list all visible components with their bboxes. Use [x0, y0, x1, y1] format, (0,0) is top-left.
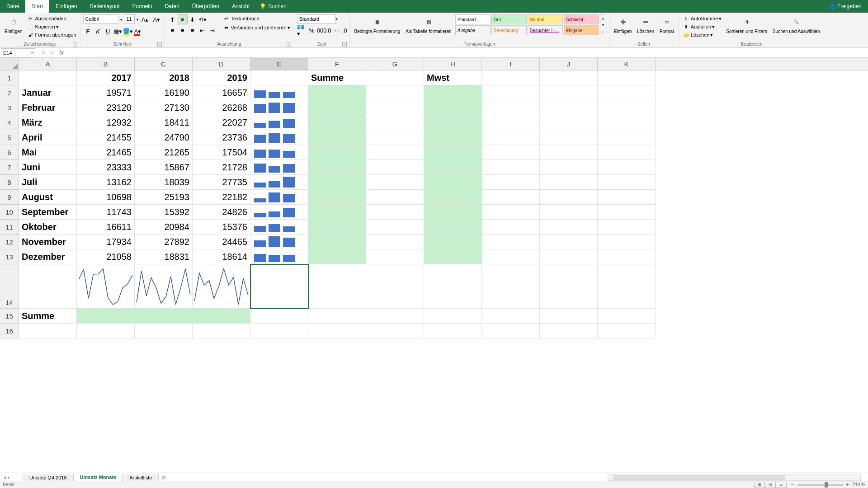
insert-icon: ➕: [617, 15, 629, 28]
wrap-label: Textumbruch: [231, 16, 259, 21]
autosum-button[interactable]: ΣAutoSumme ▾: [682, 14, 723, 23]
paste-icon: 📋: [7, 15, 20, 28]
share-label: Freigeben: [837, 3, 862, 9]
fill-icon: ⬇: [683, 23, 690, 30]
thousand-icon[interactable]: 000: [317, 25, 327, 35]
wrap-text-button[interactable]: ↩Textumbruch: [222, 14, 291, 23]
percent-icon[interactable]: %: [307, 25, 317, 35]
clear-button[interactable]: 🧽Löschen ▾: [682, 31, 723, 39]
shrink-font-icon[interactable]: A▾: [152, 14, 162, 24]
orientation-icon[interactable]: ⟲▾: [198, 14, 208, 24]
tab-start[interactable]: Start: [25, 0, 49, 13]
number-format-select[interactable]: [297, 14, 336, 23]
share-button[interactable]: 👤 Freigeben: [822, 3, 868, 9]
tell-me-search[interactable]: 💡 Suchen: [259, 0, 287, 13]
align-group-label: Ausrichtung: [217, 42, 241, 47]
search-icon: 🔍: [790, 15, 802, 28]
tab-data[interactable]: Daten: [159, 0, 186, 13]
align-left-icon[interactable]: ≡: [168, 25, 178, 35]
tab-formulas[interactable]: Formeln: [126, 0, 159, 13]
fmt-label: Format: [660, 29, 674, 34]
table-icon: ▤: [422, 15, 435, 28]
bulb-icon: 💡: [259, 3, 266, 9]
inc-decimal-icon[interactable]: .0→: [327, 25, 337, 35]
cut-label: Ausschneiden: [35, 16, 66, 21]
fp-label: Format übertragen: [35, 32, 76, 38]
format-cells-button[interactable]: ▭Format: [658, 14, 676, 35]
align-center-icon[interactable]: ≡: [178, 25, 188, 35]
cells-group-label: Zellen: [638, 42, 650, 47]
delete-cells-button[interactable]: ➖Löschen: [635, 14, 656, 35]
border-icon[interactable]: ▦▾: [113, 26, 123, 36]
indent-inc-icon[interactable]: ⇥: [208, 25, 217, 35]
align-top-icon[interactable]: ⬆: [168, 14, 178, 24]
sort-filter-button[interactable]: ⇅Sortieren und Filtern: [724, 14, 769, 35]
style-standard[interactable]: Standard: [455, 14, 491, 24]
font-color-icon[interactable]: A▾: [133, 26, 143, 36]
format-icon: ▭: [660, 15, 673, 28]
tab-file[interactable]: Datei: [0, 0, 25, 13]
format-as-table-button[interactable]: ▤Als Tabelle formatieren: [404, 14, 453, 35]
eraser-icon: 🧽: [683, 31, 690, 38]
fill-color-icon[interactable]: 🪣▾: [123, 26, 133, 36]
style-gallery-scroll[interactable]: ▴▾⌄: [600, 14, 606, 35]
cond-format-button[interactable]: ▦Bedingte Formatierung: [353, 14, 402, 35]
paste-label: Einfügen: [5, 29, 22, 34]
italic-icon[interactable]: K: [93, 26, 103, 36]
del-label: Löschen: [637, 29, 654, 34]
insert-cells-button[interactable]: ➕Einfügen: [612, 14, 633, 35]
number-launcher[interactable]: ↘: [342, 42, 347, 47]
clear-label: Löschen: [691, 32, 710, 38]
align-middle-icon[interactable]: ≡: [178, 14, 188, 24]
fx-icon[interactable]: fx: [57, 50, 66, 56]
copy-icon: 📄: [27, 23, 34, 30]
share-icon: 👤: [829, 3, 835, 9]
clipboard-launcher[interactable]: ↘: [73, 42, 77, 47]
fill-button[interactable]: ⬇Ausfüllen ▾: [682, 23, 723, 31]
font-launcher[interactable]: ↘: [157, 42, 162, 47]
tab-insert[interactable]: Einfügen: [49, 0, 83, 13]
merge-center-button[interactable]: ⬌Verbinden und zentrieren ▾: [222, 23, 291, 32]
align-bottom-icon[interactable]: ⬇: [188, 14, 198, 24]
dec-decimal-icon[interactable]: ←.0: [337, 25, 347, 35]
styles-group-label: Formatvorlagen: [463, 42, 495, 47]
paste-button[interactable]: 📋 Einfügen: [3, 14, 24, 35]
tab-pagelayout[interactable]: Seitenlayout: [84, 0, 126, 13]
style-gut[interactable]: Gut: [491, 14, 527, 24]
sort-icon: ⇅: [741, 15, 753, 28]
style-ausgabe[interactable]: Ausgabe: [455, 25, 491, 35]
style-besuchter[interactable]: Besuchter H…: [528, 25, 563, 35]
style-berechnung[interactable]: Berechnung: [491, 25, 527, 35]
formula-bar: E14▾ ✕ ✓ fx: [0, 48, 868, 58]
tab-view[interactable]: Ansicht: [226, 0, 256, 13]
formula-input[interactable]: [69, 48, 868, 57]
bold-icon[interactable]: F: [83, 26, 93, 36]
grow-font-icon[interactable]: A▴: [140, 14, 150, 24]
clipboard-group-label: Zwischenablage: [24, 42, 56, 47]
font-size-input[interactable]: [124, 14, 135, 23]
autosum-label: AutoSumme: [691, 16, 718, 21]
align-launcher[interactable]: ↘: [287, 42, 291, 47]
title-bar: Datei Start Einfügen Seitenlayout Formel…: [0, 0, 868, 13]
merge-icon: ⬌: [223, 24, 230, 31]
format-painter-button[interactable]: 🖌Format übertragen: [26, 31, 77, 39]
underline-icon[interactable]: U: [103, 26, 113, 36]
style-eingabe[interactable]: Eingabe: [564, 25, 599, 35]
name-box[interactable]: E14▾: [1, 48, 35, 57]
find-select-button[interactable]: 🔍Suchen und Auswählen: [771, 14, 822, 35]
scissors-icon: ✂: [27, 15, 34, 22]
indent-dec-icon[interactable]: ⇤: [198, 25, 208, 35]
align-right-icon[interactable]: ≡: [188, 25, 198, 35]
cut-button[interactable]: ✂Ausschneiden: [26, 14, 77, 23]
currency-icon[interactable]: 💶▾: [297, 25, 307, 35]
sigma-icon: Σ: [683, 15, 690, 22]
copy-button[interactable]: 📄Kopieren ▾: [26, 23, 77, 31]
tab-review[interactable]: Überprüfen: [186, 0, 226, 13]
ribbon: 📋 Einfügen ✂Ausschneiden 📄Kopieren ▾ 🖌Fo…: [0, 13, 868, 48]
font-name-input[interactable]: [83, 14, 118, 23]
merge-label: Verbinden und zentrieren: [231, 25, 287, 30]
style-neutral[interactable]: Neutral: [528, 14, 563, 24]
accept-formula-icon[interactable]: ✓: [48, 50, 57, 56]
style-schlecht[interactable]: Schlecht: [564, 14, 599, 24]
cancel-formula-icon[interactable]: ✕: [39, 50, 48, 56]
